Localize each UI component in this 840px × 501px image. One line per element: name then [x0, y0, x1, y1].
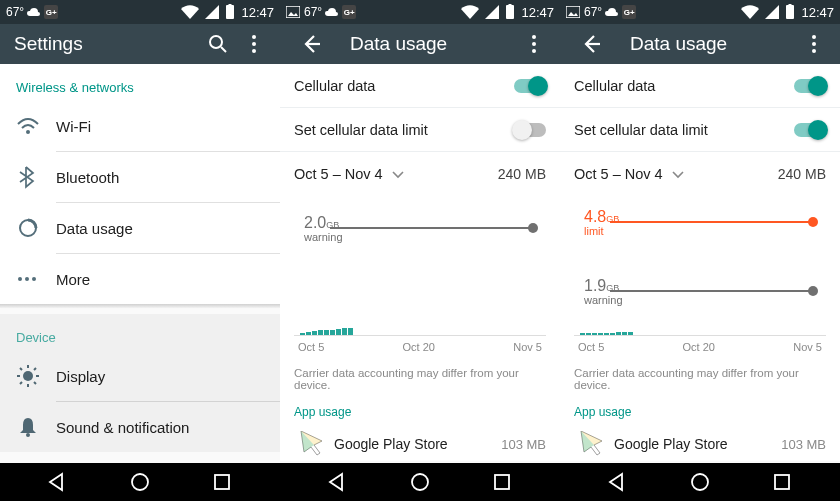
- app-name: Google Play Store: [608, 436, 781, 452]
- row-more[interactable]: More: [0, 254, 280, 304]
- search-icon: [208, 34, 228, 54]
- row-bluetooth[interactable]: Bluetooth: [0, 152, 280, 202]
- gplus-notif-icon: G+: [342, 5, 356, 19]
- usage-chart[interactable]: 2.0GBwarning Oct 5Oct 20Nov 5: [280, 196, 560, 357]
- signal-status-icon: [765, 5, 779, 19]
- gplus-notif-icon: G+: [622, 5, 636, 19]
- page-title: Data usage: [630, 33, 796, 55]
- arrow-back-icon: [580, 32, 604, 56]
- nav-bar: [280, 463, 560, 501]
- cellular-data-label: Cellular data: [574, 78, 794, 94]
- clock: 12:47: [801, 5, 834, 20]
- cycle-total: 240 MB: [498, 166, 546, 182]
- set-limit-label: Set cellular data limit: [294, 122, 514, 138]
- nav-bar: [0, 463, 280, 501]
- page-title: Settings: [14, 33, 200, 55]
- bell-icon: [16, 415, 56, 439]
- status-bar: 67° G+ 12:47: [280, 0, 560, 24]
- more-horiz-icon: [16, 275, 56, 283]
- chevron-down-icon: [391, 168, 405, 180]
- status-bar: 67° G+ 12:47: [0, 0, 280, 24]
- carrier-note: Carrier data accounting may differ from …: [280, 357, 560, 393]
- wifi-status-icon: [180, 4, 200, 20]
- more-vert-icon: [531, 34, 537, 54]
- play-store-icon: [294, 427, 328, 461]
- weather-indicator: 67°: [584, 5, 618, 19]
- action-bar: Data usage: [560, 24, 840, 64]
- nav-recent[interactable]: [758, 463, 806, 501]
- screen-data-usage-2: 67° G+ 12:47 Data usage Cellular data Se…: [560, 0, 840, 501]
- action-bar: Data usage: [280, 24, 560, 64]
- set-limit-label: Set cellular data limit: [574, 122, 794, 138]
- overflow-button[interactable]: [516, 26, 552, 62]
- cellular-data-label: Cellular data: [294, 78, 514, 94]
- cellular-data-switch[interactable]: [514, 79, 546, 93]
- row-cellular-data[interactable]: Cellular data: [560, 64, 840, 108]
- row-more-label: More: [56, 271, 90, 288]
- back-button[interactable]: [574, 26, 610, 62]
- play-store-icon: [574, 427, 608, 461]
- app-usage-mb: 103 MB: [501, 437, 546, 452]
- display-icon: [16, 364, 56, 388]
- row-data-usage[interactable]: Data usage: [0, 203, 280, 253]
- nav-back[interactable]: [34, 463, 82, 501]
- row-data-usage-label: Data usage: [56, 220, 133, 237]
- action-bar: Settings: [0, 24, 280, 64]
- overflow-button[interactable]: [236, 26, 272, 62]
- row-display[interactable]: Display: [0, 351, 280, 401]
- screen-settings: 67° G+ 12:47 Settings Wireless & network…: [0, 0, 280, 501]
- set-limit-switch[interactable]: [514, 123, 546, 137]
- row-sound[interactable]: Sound & notification: [0, 402, 280, 452]
- more-vert-icon: [811, 34, 817, 54]
- nav-home[interactable]: [676, 463, 724, 501]
- signal-status-icon: [205, 5, 219, 19]
- row-cellular-data[interactable]: Cellular data: [280, 64, 560, 108]
- app-row-play-store[interactable]: Google Play Store 103 MB: [280, 421, 560, 461]
- nav-back[interactable]: [594, 463, 642, 501]
- cellular-data-switch[interactable]: [794, 79, 826, 93]
- row-cycle[interactable]: Oct 5 – Nov 4 240 MB: [560, 152, 840, 196]
- row-cycle[interactable]: Oct 5 – Nov 4 240 MB: [280, 152, 560, 196]
- app-row-play-store[interactable]: Google Play Store 103 MB: [560, 421, 840, 461]
- cycle-range: Oct 5 – Nov 4: [574, 166, 663, 182]
- carrier-note: Carrier data accounting may differ from …: [560, 357, 840, 393]
- screenshot-notif-icon: [286, 6, 300, 18]
- row-sound-label: Sound & notification: [56, 419, 189, 436]
- usage-chart[interactable]: 4.8GBlimit1.9GBwarning Oct 5Oct 20Nov 5: [560, 196, 840, 357]
- more-vert-icon: [251, 34, 257, 54]
- row-set-limit[interactable]: Set cellular data limit: [560, 108, 840, 152]
- row-bluetooth-label: Bluetooth: [56, 169, 119, 186]
- weather-indicator: 67°: [6, 5, 40, 19]
- row-set-limit[interactable]: Set cellular data limit: [280, 108, 560, 152]
- battery-status-icon: [504, 4, 516, 20]
- nav-back[interactable]: [314, 463, 362, 501]
- row-display-label: Display: [56, 368, 105, 385]
- nav-recent[interactable]: [198, 463, 246, 501]
- screenshot-notif-icon: [566, 6, 580, 18]
- battery-status-icon: [224, 4, 236, 20]
- set-limit-switch[interactable]: [794, 123, 826, 137]
- battery-status-icon: [784, 4, 796, 20]
- chevron-down-icon: [671, 168, 685, 180]
- overflow-button[interactable]: [796, 26, 832, 62]
- cycle-range: Oct 5 – Nov 4: [294, 166, 383, 182]
- row-wifi-label: Wi-Fi: [56, 118, 91, 135]
- search-button[interactable]: [200, 26, 236, 62]
- section-header-app-usage: App usage: [280, 393, 560, 421]
- gplus-notif-icon: G+: [44, 5, 58, 19]
- clock: 12:47: [241, 5, 274, 20]
- nav-recent[interactable]: [478, 463, 526, 501]
- back-button[interactable]: [294, 26, 330, 62]
- page-title: Data usage: [350, 33, 516, 55]
- nav-home[interactable]: [116, 463, 164, 501]
- app-name: Google Play Store: [328, 436, 501, 452]
- row-wifi[interactable]: Wi-Fi: [0, 101, 280, 151]
- bluetooth-icon: [16, 165, 56, 189]
- clock: 12:47: [521, 5, 554, 20]
- status-bar: 67° G+ 12:47: [560, 0, 840, 24]
- weather-indicator: 67°: [304, 5, 338, 19]
- section-header-app-usage: App usage: [560, 393, 840, 421]
- section-header-wireless: Wireless & networks: [0, 64, 280, 101]
- nav-home[interactable]: [396, 463, 444, 501]
- section-header-device: Device: [0, 314, 280, 351]
